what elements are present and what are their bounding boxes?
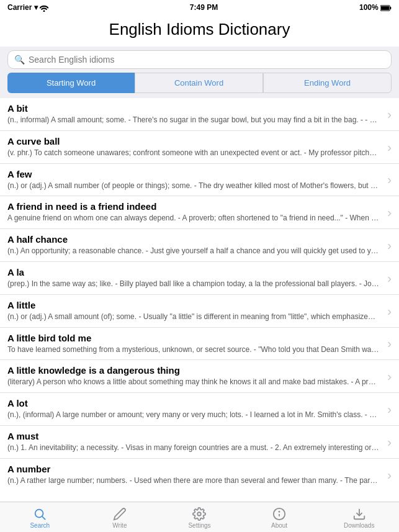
idiom-title: A friend in need is a friend indeed [7,201,379,212]
idiom-title: A number [7,464,379,474]
svg-rect-3 [381,6,389,10]
list-item[interactable]: A curve ball(v. phr.) To catch someone u… [0,131,399,164]
app-title: English Idioms Dictionary [10,20,389,39]
list-item[interactable]: A little knowledge is a dangerous thing(… [0,360,399,393]
idiom-title: A little [7,300,379,310]
tab-settings[interactable]: Settings [159,502,240,532]
search-bar[interactable]: 🔍 [7,50,392,69]
list-item[interactable]: A number(n.) A rather large number; numb… [0,459,399,485]
app-header: English Idioms Dictionary [0,15,399,47]
idiom-title: A little knowledge is a dangerous thing [7,365,379,376]
search-container: 🔍 [0,47,399,73]
tab-downloads[interactable]: Downloads [319,502,399,532]
tab-downloads-label: Downloads [344,522,374,529]
list-item[interactable]: A half chance(n.) An opportunity; a reas… [0,229,399,262]
idiom-desc: (prep.) In the same way as; like. - Bill… [7,279,379,289]
list-item[interactable]: A little(n.) or (adj.) A small amount (o… [0,295,399,328]
tab-about-label: About [271,522,287,529]
list-item[interactable]: A lot(n.), (informal) A large number or … [0,393,399,426]
segment-contain-word[interactable]: Contain Word [135,73,263,93]
idioms-list: A bit(n., informal) A small amount; some… [0,98,399,485]
list-item[interactable]: A must(n.) 1. An inevitability; a necess… [0,426,399,459]
idiom-title: A little bird told me [7,333,379,343]
idiom-desc: (n., informal) A small amount; some. - T… [7,115,379,125]
segment-control: Starting Word Contain Word Ending Word [0,73,399,98]
list-item[interactable]: A friend in need is a friend indeedA gen… [0,196,399,229]
idiom-desc: To have learned something from a mysteri… [7,345,379,355]
idiom-title: A must [7,431,379,441]
search-input[interactable] [29,55,385,65]
svg-line-5 [42,516,45,520]
segment-ending-word[interactable]: Ending Word [263,73,392,93]
idiom-title: A few [7,169,379,179]
idiom-desc: A genuine friend on whom one can always … [7,213,379,223]
svg-point-0 [43,10,45,12]
list-item[interactable]: A few(n.) or (adj.) A small number (of p… [0,164,399,197]
idiom-desc: (literary) A person who knows a little a… [7,377,379,387]
idiom-title: A bit [7,103,379,114]
search-icon: 🔍 [14,55,25,65]
tab-bar: Search Write Settings About Downloads [0,502,399,532]
idiom-desc: (n.) 1. An inevitability; a necessity. -… [7,443,379,453]
tab-search-label: Search [30,522,50,529]
list-item[interactable]: A la(prep.) In the same way as; like. - … [0,262,399,295]
idiom-desc: (n.) or (adj.) A small amount (of); some… [7,312,379,322]
tab-write-label: Write [112,522,127,529]
idiom-title: A half chance [7,234,379,245]
list-item[interactable]: A little bird told meTo have learned som… [0,328,399,361]
svg-rect-2 [390,7,391,9]
svg-point-4 [35,509,43,517]
list-item[interactable]: A bit(n., informal) A small amount; some… [0,98,399,131]
idiom-title: A curve ball [7,136,379,147]
time-label: 7:49 PM [190,3,218,12]
segment-starting-word[interactable]: Starting Word [7,73,135,93]
tab-about[interactable]: About [240,502,320,532]
idiom-title: A la [7,267,379,277]
tab-settings-label: Settings [188,522,210,529]
tab-search[interactable]: Search [0,502,80,532]
idiom-desc: (n.), (informal) A large number or amoun… [7,410,379,420]
idiom-desc: (n.) or (adj.) A small number (of people… [7,181,379,191]
svg-point-6 [198,512,202,516]
idiom-desc: (n.) An opportunity; a reasonable chance… [7,246,379,256]
battery-label: 100% [359,3,392,12]
status-bar: Carrier ▾ 7:49 PM 100% [0,0,399,15]
idiom-title: A lot [7,398,379,408]
carrier-label: Carrier ▾ [7,3,48,12]
idiom-desc: (v. phr.) To catch someone unawares; con… [7,148,379,158]
tab-write[interactable]: Write [80,502,160,532]
idiom-desc: (n.) A rather large number; numbers. - U… [7,476,379,485]
